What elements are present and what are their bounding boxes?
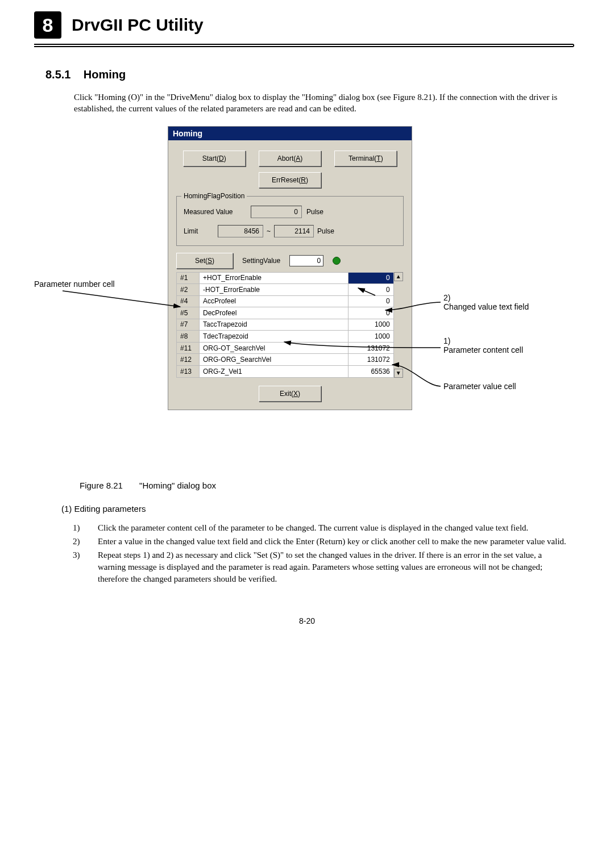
list-item: 1)Click the parameter content cell of th… [85, 522, 569, 534]
figure-caption: Figure 8.21 "Homing" dialog box [80, 481, 580, 490]
limit-label: Limit [184, 227, 214, 235]
param-value-cell[interactable]: 131072 [348, 342, 393, 354]
tilde-label: ~ [267, 227, 271, 235]
callout-param-value: Parameter value cell [443, 382, 551, 391]
param-number-cell[interactable]: #13 [177, 365, 200, 377]
limit-low-field: 8456 [218, 225, 263, 237]
param-number-cell[interactable]: #7 [177, 319, 200, 331]
param-content-cell[interactable]: -HOT_ErrorEnable [200, 284, 349, 296]
param-value-cell[interactable]: 0 [348, 284, 393, 296]
pulse-unit-label: Pulse [306, 208, 323, 216]
section-title: Homing [84, 68, 126, 81]
param-value-cell[interactable]: 1000 [348, 331, 393, 343]
param-content-cell[interactable]: ORG-Z_Vel1 [200, 365, 349, 377]
measured-value-field: 0 [251, 206, 302, 218]
param-value-cell[interactable]: 65536 [348, 365, 393, 377]
callout-param-content: 1) Parameter content cell [443, 336, 546, 354]
table-row: #1+HOT_ErrorEnable0 [177, 272, 394, 284]
list-item: 3)Repeat steps 1) and 2) as necessary an… [85, 549, 569, 585]
parameter-table[interactable]: #1+HOT_ErrorEnable0 #2-HOT_ErrorEnable0 … [176, 272, 394, 378]
figure-ref: Figure 8.21 [80, 481, 123, 490]
homingflagposition-group: HomingFlagPosition Measured Value 0 Puls… [176, 196, 404, 246]
svg-line-0 [63, 291, 180, 307]
pulse-unit-label-2: Pulse [317, 227, 334, 235]
scroll-down-icon[interactable]: ▼ [394, 369, 403, 378]
param-content-cell[interactable]: TdecTrapezoid [200, 331, 349, 343]
param-value-cell[interactable]: 0 [348, 272, 393, 284]
chapter-underline [34, 44, 574, 47]
start-button[interactable]: Start(D) [183, 151, 246, 166]
table-row: #8TdecTrapezoid1000 [177, 331, 394, 343]
param-number-cell[interactable]: #11 [177, 342, 200, 354]
param-content-cell[interactable]: AccProfeel [200, 295, 349, 307]
abort-button[interactable]: Abort(A) [259, 151, 321, 166]
dialog-titlebar: Homing [168, 127, 412, 140]
param-number-cell[interactable]: #12 [177, 354, 200, 366]
param-content-cell[interactable]: ORG-OT_SearchVel [200, 342, 349, 354]
param-number-cell[interactable]: #1 [177, 272, 200, 284]
screenshot-figure: Homing Start(D) Abort(A) Terminal(T) Err… [34, 126, 580, 467]
scroll-up-icon[interactable]: ▲ [394, 272, 403, 281]
section-number: 8.5.1 [45, 68, 70, 81]
param-content-cell[interactable]: +HOT_ErrorEnable [200, 272, 349, 284]
param-value-cell[interactable]: 0 [348, 307, 393, 319]
table-scrollbar[interactable]: ▲ ▼ [394, 272, 404, 378]
table-row: #2-HOT_ErrorEnable0 [177, 284, 394, 296]
editing-steps-list: 1)Click the parameter content cell of th… [85, 522, 569, 585]
table-row: #5DecProfeel0 [177, 307, 394, 319]
param-content-cell[interactable]: DecProfeel [200, 307, 349, 319]
param-content-cell[interactable]: ORG-ORG_SearchVel [200, 354, 349, 366]
table-row: #13ORG-Z_Vel165536 [177, 365, 394, 377]
param-value-cell[interactable]: 0 [348, 295, 393, 307]
callout-changed-value: 2) Changed value text field [443, 293, 546, 311]
table-row: #4AccProfeel0 [177, 295, 394, 307]
terminal-button[interactable]: Terminal(T) [334, 151, 397, 166]
param-number-cell[interactable]: #4 [177, 295, 200, 307]
intro-paragraph: Click "Homing (O)" in the "DriveMenu" di… [74, 91, 574, 115]
param-value-cell[interactable]: 1000 [348, 319, 393, 331]
chapter-title: DrvGII PC Utility [72, 15, 204, 35]
settingvalue-label: SettingValue [242, 257, 280, 265]
chapter-header: 8 DrvGII PC Utility [34, 11, 580, 39]
limit-high-field: 2114 [274, 225, 314, 237]
group-legend: HomingFlagPosition [181, 192, 247, 200]
param-number-cell[interactable]: #8 [177, 331, 200, 343]
table-row: #7TaccTrapezoid1000 [177, 319, 394, 331]
table-row: #11ORG-OT_SearchVel131072 [177, 342, 394, 354]
status-led-icon [333, 257, 341, 265]
set-button[interactable]: Set(S) [176, 253, 233, 269]
measured-value-label: Measured Value [184, 208, 246, 216]
table-row: #12ORG-ORG_SearchVel131072 [177, 354, 394, 366]
list-item: 2)Enter a value in the changed value tex… [85, 536, 569, 548]
param-number-cell[interactable]: #5 [177, 307, 200, 319]
callout-param-number: Parameter number cell [34, 279, 119, 289]
param-number-cell[interactable]: #2 [177, 284, 200, 296]
editing-parameters-heading: (1) Editing parameters [61, 504, 580, 514]
param-value-cell[interactable]: 131072 [348, 354, 393, 366]
page-number: 8-20 [0, 616, 614, 625]
exit-button[interactable]: Exit(X) [259, 386, 321, 402]
figure-text: "Homing" dialog box [139, 481, 216, 490]
errreset-button[interactable]: ErrReset(R) [259, 172, 321, 188]
param-content-cell[interactable]: TaccTrapezoid [200, 319, 349, 331]
section-heading: 8.5.1 Homing [45, 68, 580, 81]
homing-dialog: Homing Start(D) Abort(A) Terminal(T) Err… [168, 126, 412, 410]
settingvalue-input[interactable]: 0 [289, 255, 323, 266]
chapter-number-badge: 8 [34, 11, 61, 39]
